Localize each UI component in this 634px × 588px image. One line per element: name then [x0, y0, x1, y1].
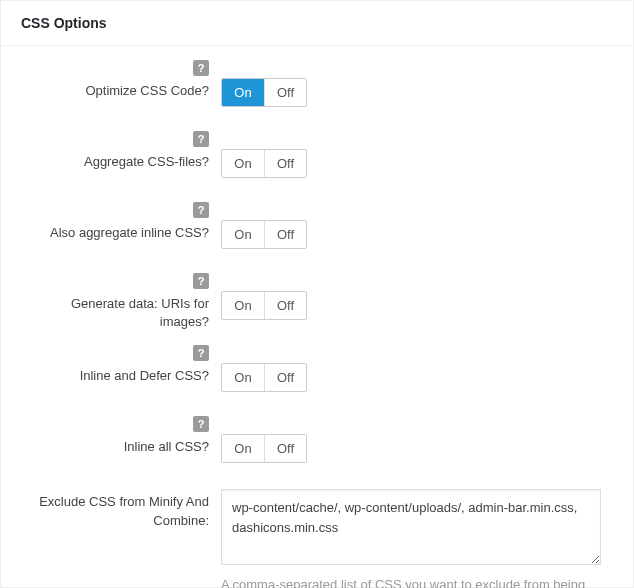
label-data-uris: Generate data: URIs for images?	[21, 295, 209, 331]
help-icon[interactable]: ?	[193, 273, 209, 289]
label-col: ? Inline all CSS?	[21, 402, 221, 456]
label-aggregate-css: Aggregate CSS-files?	[84, 153, 209, 171]
label-col: ? Also aggregate inline CSS?	[21, 188, 221, 242]
row-aggregate-inline-css: ? Also aggregate inline CSS? On Off	[1, 188, 633, 259]
toggle-aggregate-inline-css: On Off	[221, 220, 307, 249]
row-inline-defer-css: ? Inline and Defer CSS? On Off	[1, 331, 633, 402]
label-col: ? Optimize CSS Code?	[21, 46, 221, 100]
toggle-off-button[interactable]: Off	[264, 150, 306, 177]
help-icon[interactable]: ?	[193, 345, 209, 361]
toggle-aggregate-css: On Off	[221, 149, 307, 178]
control-col: A comma-separated list of CSS you want t…	[221, 473, 613, 588]
row-exclude-css: Exclude CSS from Minify And Combine: A c…	[1, 473, 633, 588]
help-icon[interactable]: ?	[193, 131, 209, 147]
toggle-data-uris: On Off	[221, 291, 307, 320]
control-col: On Off	[221, 117, 613, 188]
toggle-on-button[interactable]: On	[222, 292, 264, 319]
toggle-off-button[interactable]: Off	[264, 364, 306, 391]
toggle-inline-all-css: On Off	[221, 434, 307, 463]
label-inline-defer-css: Inline and Defer CSS?	[80, 367, 209, 385]
label-col: Exclude CSS from Minify And Combine:	[21, 473, 221, 529]
control-col: On Off	[221, 259, 613, 330]
exclude-css-description: A comma-separated list of CSS you want t…	[221, 576, 601, 588]
label-inline-all-css: Inline all CSS?	[124, 438, 209, 456]
exclude-css-textarea[interactable]	[221, 489, 601, 565]
options-form: ? Optimize CSS Code? On Off ? Aggregate …	[1, 46, 633, 588]
toggle-on-button[interactable]: On	[222, 435, 264, 462]
row-data-uris: ? Generate data: URIs for images? On Off	[1, 259, 633, 331]
toggle-off-button[interactable]: Off	[264, 79, 306, 106]
row-optimize-css: ? Optimize CSS Code? On Off	[1, 46, 633, 117]
help-icon[interactable]: ?	[193, 60, 209, 76]
help-icon[interactable]: ?	[193, 202, 209, 218]
toggle-optimize-css: On Off	[221, 78, 307, 107]
toggle-inline-defer-css: On Off	[221, 363, 307, 392]
label-col: ? Inline and Defer CSS?	[21, 331, 221, 385]
control-col: On Off	[221, 46, 613, 117]
control-col: On Off	[221, 402, 613, 473]
toggle-on-button[interactable]: On	[222, 150, 264, 177]
row-aggregate-css: ? Aggregate CSS-files? On Off	[1, 117, 633, 188]
control-col: On Off	[221, 331, 613, 402]
label-col: ? Aggregate CSS-files?	[21, 117, 221, 171]
toggle-off-button[interactable]: Off	[264, 221, 306, 248]
row-inline-all-css: ? Inline all CSS? On Off	[1, 402, 633, 473]
toggle-on-button[interactable]: On	[222, 364, 264, 391]
toggle-off-button[interactable]: Off	[264, 435, 306, 462]
label-col: ? Generate data: URIs for images?	[21, 259, 221, 331]
control-col: On Off	[221, 188, 613, 259]
label-aggregate-inline-css: Also aggregate inline CSS?	[50, 224, 209, 242]
label-optimize-css: Optimize CSS Code?	[85, 82, 209, 100]
help-icon[interactable]: ?	[193, 416, 209, 432]
toggle-on-button[interactable]: On	[222, 79, 264, 106]
panel-heading: CSS Options	[1, 1, 633, 46]
css-options-panel: CSS Options ? Optimize CSS Code? On Off …	[0, 0, 634, 588]
toggle-off-button[interactable]: Off	[264, 292, 306, 319]
label-exclude-css: Exclude CSS from Minify And Combine:	[21, 493, 209, 529]
toggle-on-button[interactable]: On	[222, 221, 264, 248]
